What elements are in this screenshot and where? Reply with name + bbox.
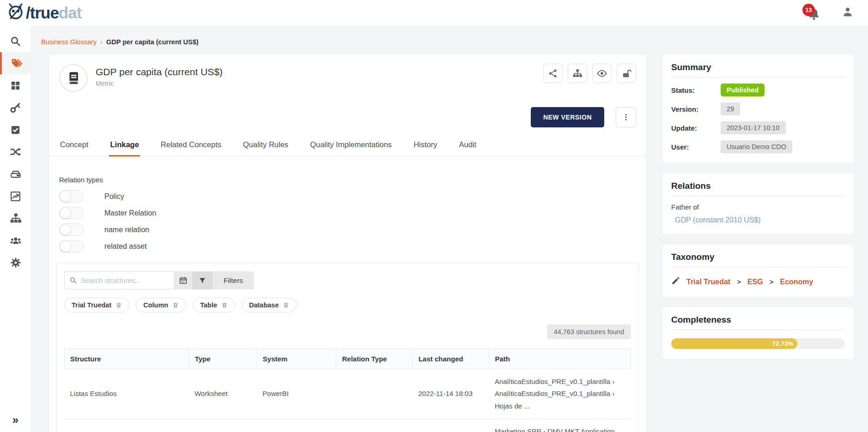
sidebar-item-users[interactable] — [0, 229, 31, 252]
trash-icon[interactable] — [115, 302, 122, 308]
watch-button[interactable] — [592, 64, 612, 83]
relations-panel: Relations Father of GDP (constant 2010 U… — [662, 173, 854, 235]
chip-table[interactable]: Table — [193, 298, 235, 312]
completeness-heading: Completeness — [671, 315, 845, 330]
unlock-icon — [621, 68, 632, 79]
taxonomy-heading: Taxonomy — [671, 252, 845, 267]
search-structures-input[interactable] — [81, 276, 169, 284]
grid-icon — [10, 80, 21, 91]
column-header-system[interactable]: System — [257, 349, 336, 369]
sidebar-item-glossary[interactable] — [0, 52, 31, 74]
search-icon — [10, 36, 21, 47]
users-icon — [9, 234, 22, 247]
breadcrumb-business-glossary[interactable]: Business Glossary — [41, 38, 97, 46]
related-concept-link[interactable]: GDP (constant 2010 US$) — [675, 216, 845, 224]
page-title: GDP per capita (current US$) — [96, 66, 223, 78]
completeness-percent-label: 72.73% — [772, 340, 794, 347]
sidebar-item-quality[interactable] — [0, 119, 31, 141]
notifications-button[interactable]: 13 — [806, 4, 822, 22]
tab-related-concepts[interactable]: Related Concepts — [160, 136, 222, 156]
share-button[interactable] — [543, 64, 563, 83]
column-header-relation-type[interactable]: Relation Type — [336, 349, 413, 369]
update-value: 2023-01-17 10:10 — [721, 121, 786, 134]
sidebar-item-settings[interactable] — [0, 252, 31, 274]
column-header-last-changed[interactable]: Last changed — [413, 349, 489, 369]
date-filter-button[interactable] — [174, 271, 192, 289]
truedat-logo[interactable]: /truedat — [6, 3, 81, 23]
sidebar-item-lineage[interactable] — [0, 141, 31, 163]
tab-concept[interactable]: Concept — [59, 136, 89, 156]
breadcrumb-separator: › — [100, 38, 103, 46]
sidebar-item-analytics[interactable] — [0, 185, 31, 207]
sidebar-item-data-structures[interactable] — [0, 163, 31, 185]
trash-icon[interactable] — [221, 302, 228, 308]
update-label: Update: — [671, 124, 721, 132]
tab-quality-implementations[interactable]: Quality Implementations — [309, 136, 393, 156]
filters-button[interactable]: Filters — [212, 271, 254, 289]
tag-icon — [11, 57, 23, 69]
kebab-menu-icon — [622, 113, 630, 121]
tab-audit[interactable]: Audit — [458, 136, 477, 156]
tab-linkage[interactable]: Linkage — [109, 136, 140, 156]
structures-search — [64, 271, 174, 289]
summary-heading: Summary — [671, 62, 845, 78]
edit-taxonomy-button[interactable] — [671, 276, 680, 287]
taxonomy-separator: > — [737, 278, 741, 286]
key-icon — [10, 102, 21, 114]
sidebar-item-search[interactable] — [0, 30, 31, 52]
chip-column[interactable]: Column — [136, 298, 186, 312]
sidebar-expand-button[interactable]: » — [0, 411, 31, 429]
table-row[interactable]: # Loans measure Tableau 2020-02-18 09:38… — [65, 419, 631, 432]
unlock-button[interactable] — [617, 64, 636, 83]
logo-text: /truedat — [26, 4, 81, 22]
table-row[interactable]: Listas Estudios Worksheet PowerBI 2022-1… — [65, 369, 631, 419]
toggle-master-relation[interactable] — [59, 207, 84, 219]
chip-trial-truedat[interactable]: Trial Truedat — [64, 298, 129, 312]
filter-chips: Trial Truedat Column Table — [64, 298, 631, 312]
completeness-panel: Completeness 72.73% — [662, 306, 854, 360]
breadcrumb: Business Glossary › GDP per capita (curr… — [41, 38, 868, 46]
new-version-button[interactable]: NEW VERSION — [531, 107, 604, 127]
structures-table: Structure Type System Relation Type Last… — [64, 348, 631, 432]
filter-funnel-button[interactable] — [192, 271, 212, 289]
toggle-name-relation[interactable] — [59, 223, 84, 236]
toggle-label: Policy — [104, 192, 124, 201]
user-value: Usuario Demo CDO — [721, 140, 792, 153]
taxonomy-domain-esg[interactable]: ESG — [747, 278, 763, 286]
sidebar-item-permissions[interactable] — [0, 96, 31, 119]
concept-type-label: Metric — [96, 80, 223, 87]
chip-database[interactable]: Database — [242, 298, 297, 312]
concept-tabs: Concept Linkage Related Concepts Quality… — [49, 136, 646, 156]
taxonomy-domain-economy[interactable]: Economy — [780, 278, 813, 286]
chart-line-icon — [10, 191, 21, 202]
completeness-progress-fill: 72.73% — [671, 338, 797, 349]
structures-panel: Filters Trial Truedat Column — [56, 263, 639, 432]
column-header-type[interactable]: Type — [189, 349, 257, 369]
relation-kind-label: Father of — [671, 203, 845, 211]
more-actions-button[interactable] — [616, 107, 636, 127]
trash-icon[interactable] — [283, 302, 289, 308]
toggle-policy[interactable] — [59, 190, 84, 203]
column-header-path[interactable]: Path — [489, 349, 631, 369]
status-label: Status: — [671, 86, 721, 94]
main-content: Business Glossary › GDP per capita (curr… — [31, 26, 868, 432]
version-value: 29 — [721, 102, 740, 115]
tab-quality-rules[interactable]: Quality Rules — [242, 136, 289, 156]
lineage-button[interactable] — [568, 64, 587, 83]
column-header-structure[interactable]: Structure — [65, 349, 189, 369]
toggle-related-asset[interactable] — [59, 240, 84, 252]
user-menu-button[interactable] — [841, 6, 854, 20]
trash-icon[interactable] — [172, 302, 179, 308]
hard-drive-icon — [10, 168, 22, 180]
sidebar-item-dashboards[interactable] — [0, 74, 31, 96]
search-icon — [69, 276, 77, 285]
version-label: Version: — [671, 105, 721, 113]
tab-history[interactable]: History — [413, 136, 438, 156]
status-badge: Published — [721, 84, 765, 96]
relation-types-section: Relation types Policy Master Relation na… — [49, 176, 646, 252]
taxonomy-domain-trial-truedat[interactable]: Trial Truedat — [686, 278, 730, 286]
breadcrumb-current: GDP per capita (current US$) — [106, 38, 199, 46]
user-label: User: — [671, 143, 721, 151]
sidebar-item-taxonomy[interactable] — [0, 207, 31, 229]
toggle-label: Master Relation — [104, 209, 156, 217]
